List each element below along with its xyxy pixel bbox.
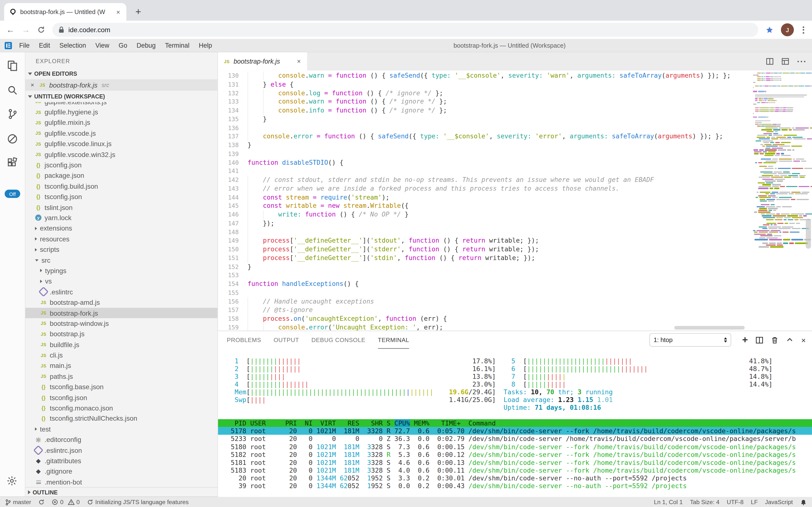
new-terminal-icon[interactable]: + (742, 334, 748, 346)
terminal-select[interactable]: 1: htop (649, 333, 731, 347)
close-panel-icon[interactable]: × (801, 336, 806, 344)
url-bar[interactable]: ide.coder.com (52, 23, 758, 37)
forward-icon[interactable]: → (22, 25, 30, 35)
code-editor[interactable]: 130 console.warn = function () { safeSen… (218, 70, 812, 330)
tree-item-tsconfig.json[interactable]: {}tsconfig.json (25, 191, 217, 202)
split-editor-icon[interactable] (766, 58, 773, 65)
tree-item-buildfile.js[interactable]: JSbuildfile.js (25, 339, 217, 350)
tree-item-tslint.json[interactable]: {}tslint.json (25, 202, 217, 213)
js-file-icon: JS (40, 342, 47, 347)
tree-item-yarn.lock[interactable]: yyarn.lock (25, 213, 217, 223)
tree-item-tsconfig.strictNullChecks.json[interactable]: {}tsconfig.strictNullChecks.json (25, 413, 217, 424)
tree-item-.editorconfig[interactable]: .editorconfig (25, 435, 217, 445)
tree-item-typings[interactable]: typings (25, 265, 217, 276)
tree-item-paths.js[interactable]: JSpaths.js (25, 371, 217, 382)
problems-item[interactable]: 0 0 (52, 499, 80, 505)
tree-item-tsconfig.monaco.json[interactable]: {}tsconfig.monaco.json (25, 403, 217, 413)
layout-icon[interactable] (782, 58, 789, 65)
git-branch-item[interactable]: master (5, 499, 31, 506)
tree-item-.eslintrc[interactable]: .eslintrc (25, 287, 217, 297)
tree-item-gulpfile.extensions.js[interactable]: JSgulpfile.extensions.js (25, 102, 217, 107)
tree-item-.eslintrc.json[interactable]: .eslintrc.json (25, 445, 217, 456)
open-editor-item[interactable]: × JS bootstrap-fork.js src (25, 79, 217, 91)
maximize-panel-icon[interactable] (786, 336, 793, 343)
tree-item-.gitattributes[interactable]: ◆.gitattributes (25, 456, 217, 466)
bookmark-star-icon[interactable] (765, 25, 773, 34)
back-icon[interactable]: ← (6, 25, 14, 35)
tree-item-gulpfile.mixin.js[interactable]: JSgulpfile.mixin.js (25, 118, 217, 128)
tree-item-tsconfig.build.json[interactable]: {}tsconfig.build.json (25, 181, 217, 191)
tree-item-scripts[interactable]: scripts (25, 244, 217, 255)
tree-item-main.js[interactable]: JSmain.js (25, 360, 217, 371)
tree-item-bootstrap.js[interactable]: JSbootstrap.js (25, 329, 217, 339)
panel-tab-problems[interactable]: PROBLEMS (227, 331, 261, 349)
tree-item-resources[interactable]: resources (25, 234, 217, 244)
off-badge[interactable]: Off (5, 190, 20, 198)
tree-item-.gitignore[interactable]: ◆.gitignore (25, 466, 217, 477)
browser-menu-icon[interactable] (801, 26, 806, 34)
search-icon[interactable] (6, 84, 19, 96)
tree-item-gulpfile.vscode.js[interactable]: JSgulpfile.vscode.js (25, 128, 217, 138)
json-file-icon: {} (35, 194, 42, 200)
panel-tab-output[interactable]: OUTPUT (274, 331, 299, 349)
tree-item-tsconfig.json[interactable]: {}tsconfig.json (25, 392, 217, 403)
explorer-icon[interactable] (6, 59, 19, 72)
editor-tab[interactable]: JS bootstrap-fork.js × (218, 52, 307, 70)
workspace-header[interactable]: UNTITLED (WORKSPACE) (25, 91, 217, 102)
tree-item-package.json[interactable]: {}package.json (25, 170, 217, 181)
tree-item-tsconfig.base.json[interactable]: {}tsconfig.base.json (25, 382, 217, 392)
tree-item-bootstrap-window.js[interactable]: JSbootstrap-window.js (25, 318, 217, 329)
notifications-bell-icon[interactable] (800, 499, 807, 506)
more-actions-icon[interactable]: ··· (797, 57, 807, 66)
browser-tab[interactable]: bootstrap-fork.js — Untitled (W × (4, 3, 126, 21)
tree-item-gulpfile.vscode.linux.js[interactable]: JSgulpfile.vscode.linux.js (25, 138, 217, 149)
panel-tab-debug-console[interactable]: DEBUG CONSOLE (311, 331, 365, 349)
tree-item-extensions[interactable]: extensions (25, 223, 217, 234)
outline-header[interactable]: OUTLINE (25, 487, 217, 497)
menu-help[interactable]: Help (194, 39, 217, 52)
tree-item-gulpfile.hygiene.js[interactable]: JSgulpfile.hygiene.js (25, 107, 217, 118)
panel-tab-terminal[interactable]: TERMINAL (378, 331, 409, 349)
sync-button[interactable] (39, 499, 45, 505)
menu-terminal[interactable]: Terminal (160, 39, 194, 52)
tree-item-gulpfile.vscode.win32.js[interactable]: JSgulpfile.vscode.win32.js (25, 149, 217, 160)
tree-item-src[interactable]: src (25, 255, 217, 266)
open-editors-header[interactable]: OPEN EDITORS (25, 68, 217, 79)
language-mode[interactable]: JavaScript (765, 499, 793, 505)
tree-item-bootstrap-amd.js[interactable]: JSbootstrap-amd.js (25, 297, 217, 308)
tree-item-vs[interactable]: vs (25, 276, 217, 287)
menu-debug[interactable]: Debug (132, 39, 160, 52)
tab-close-icon[interactable]: × (115, 8, 121, 16)
tree-item-test[interactable]: test (25, 424, 217, 435)
minimap[interactable] (751, 70, 812, 330)
menu-view[interactable]: View (91, 39, 114, 52)
eol-sequence[interactable]: LF (751, 499, 758, 505)
avatar[interactable]: J (781, 23, 794, 36)
kill-terminal-icon[interactable] (771, 336, 778, 344)
menu-file[interactable]: File (14, 39, 34, 52)
language-status-item[interactable]: Initializing JS/TS language features (87, 499, 189, 505)
vertical-scrollbar[interactable] (806, 219, 811, 249)
menu-selection[interactable]: Selection (55, 39, 91, 52)
tree-item-cli.js[interactable]: JScli.js (25, 350, 217, 361)
extensions-icon[interactable] (6, 157, 19, 169)
split-terminal-icon[interactable] (756, 336, 763, 344)
git-file-icon: ◆ (35, 468, 42, 475)
settings-gear-icon[interactable] (6, 475, 18, 487)
cursor-position[interactable]: Ln 1, Col 1 (654, 499, 683, 505)
tree-item-jsconfig.json[interactable]: {}jsconfig.json (25, 160, 217, 171)
indentation[interactable]: Tab Size: 4 (690, 499, 720, 505)
reload-icon[interactable] (37, 26, 45, 34)
menu-go[interactable]: Go (114, 39, 132, 52)
terminal[interactable]: 1 [||||||||||||| 17.8%] 5 [|||||||||||||… (218, 349, 812, 497)
encoding[interactable]: UTF-8 (727, 499, 744, 505)
tree-item-bootstrap-fork.js[interactable]: JSbootstrap-fork.js (25, 308, 217, 318)
close-icon[interactable]: × (30, 81, 36, 89)
menu-edit[interactable]: Edit (34, 39, 55, 52)
debug-icon[interactable] (6, 132, 19, 145)
tab-close-icon[interactable]: × (296, 58, 302, 65)
tree-item-.mention-bot[interactable]: .mention-bot (25, 477, 217, 487)
source-control-icon[interactable] (6, 108, 19, 120)
horizontal-scrollbar[interactable] (674, 326, 745, 330)
new-tab-button[interactable]: + (131, 5, 145, 19)
